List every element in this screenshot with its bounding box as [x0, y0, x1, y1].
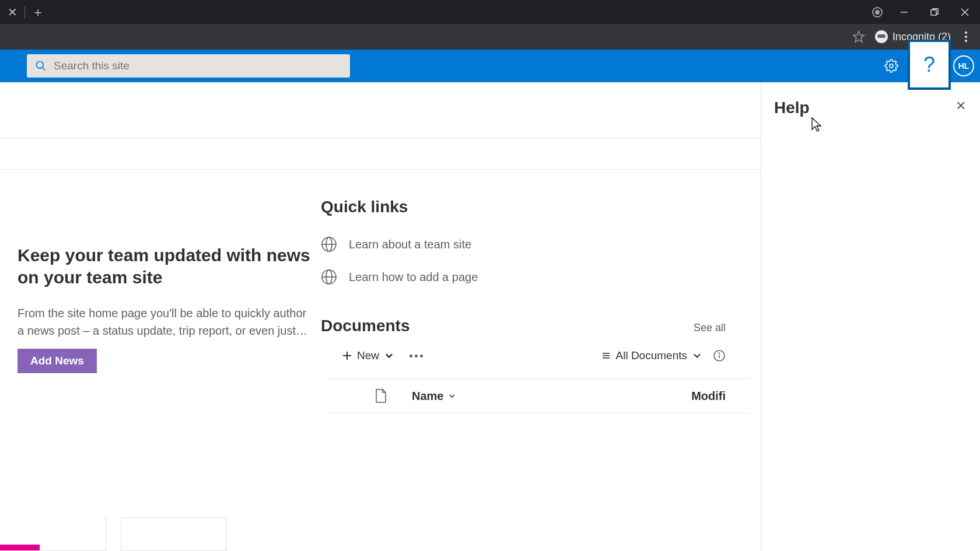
- quicklink-label: Learn how to add a page: [349, 271, 478, 284]
- svg-marker-4: [853, 31, 864, 42]
- close-tab-button[interactable]: ✕: [0, 0, 24, 24]
- browser-address-strip: Incognito (2): [0, 24, 980, 50]
- svg-point-5: [37, 62, 44, 69]
- avatar[interactable]: HL: [953, 55, 974, 76]
- incognito-icon: [875, 30, 888, 43]
- new-label: New: [357, 349, 379, 362]
- site-header-area: [0, 82, 761, 138]
- info-icon: [713, 349, 726, 362]
- documents-heading: Documents: [321, 317, 410, 335]
- svg-point-7: [890, 64, 893, 68]
- search-input[interactable]: [54, 59, 342, 72]
- quicklinks-heading: Quick links: [321, 198, 751, 216]
- news-heading: Keep your team updated with news on your…: [18, 244, 315, 288]
- browser-menu-button[interactable]: [956, 31, 977, 42]
- question-icon: ?: [923, 52, 935, 77]
- svg-line-6: [43, 68, 46, 71]
- bookmark-star-icon[interactable]: [847, 25, 870, 48]
- browser-tab-strip: ✕ ＋: [0, 0, 980, 24]
- settings-button[interactable]: [875, 50, 908, 82]
- suite-header: ? HL: [0, 50, 980, 82]
- more-actions-button[interactable]: [405, 352, 428, 360]
- quicklink-item[interactable]: Learn how to add a page: [321, 269, 751, 285]
- chevron-down-icon: [384, 350, 394, 361]
- window-close-button[interactable]: [950, 0, 980, 24]
- news-card-accent: [0, 545, 40, 550]
- chevron-down-icon: [692, 350, 702, 361]
- details-pane-button[interactable]: [713, 349, 726, 362]
- globe-icon: [321, 236, 337, 252]
- list-icon: [601, 350, 611, 361]
- view-selector[interactable]: All Documents: [601, 349, 703, 362]
- news-card[interactable]: [0, 517, 106, 551]
- column-header-name[interactable]: Name: [412, 389, 691, 403]
- news-cards-row: [0, 517, 227, 551]
- avatar-initials: HL: [958, 61, 970, 71]
- svg-point-21: [719, 353, 719, 353]
- documents-table-header: Name Modifi: [326, 378, 751, 413]
- globe-icon: [321, 269, 337, 285]
- help-button[interactable]: ?: [908, 40, 951, 90]
- help-close-button[interactable]: ✕: [956, 99, 966, 114]
- quicklink-label: Learn about a team site: [349, 238, 471, 251]
- command-bar-area: [0, 138, 761, 170]
- plus-icon: [342, 350, 352, 361]
- view-label: All Documents: [616, 349, 688, 362]
- news-description: From the site home page you'll be able t…: [18, 304, 315, 339]
- chevron-down-icon: [448, 392, 456, 400]
- add-news-button[interactable]: Add News: [18, 349, 97, 373]
- new-button[interactable]: New: [342, 349, 394, 362]
- window-restore-button[interactable]: [919, 0, 950, 24]
- file-type-icon: [374, 388, 387, 403]
- documents-toolbar: New All Documents: [321, 349, 751, 362]
- news-card[interactable]: [121, 517, 227, 551]
- account-shield-icon[interactable]: [866, 1, 889, 24]
- help-panel: Help ✕: [761, 82, 980, 551]
- gear-icon: [884, 59, 898, 73]
- search-box[interactable]: [27, 54, 350, 78]
- column-header-modified[interactable]: Modifi: [691, 389, 726, 403]
- quicklink-item[interactable]: Learn about a team site: [321, 236, 751, 252]
- search-icon: [35, 60, 47, 72]
- help-panel-title: Help: [774, 99, 810, 117]
- new-tab-button[interactable]: ＋: [25, 0, 51, 24]
- window-minimize-button[interactable]: [889, 0, 919, 24]
- svg-rect-1: [931, 10, 936, 15]
- see-all-link[interactable]: See all: [694, 322, 726, 334]
